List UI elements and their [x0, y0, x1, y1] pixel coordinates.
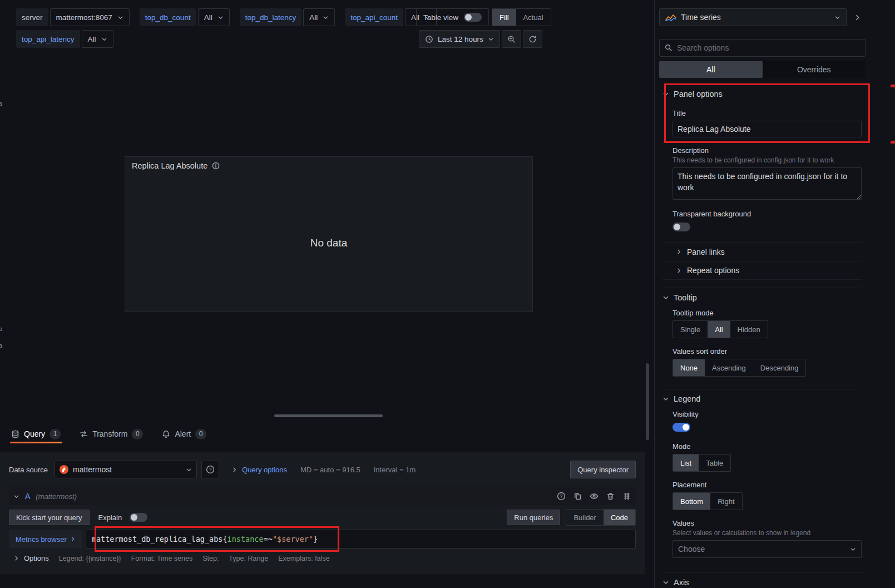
table-view-toggle[interactable] — [464, 13, 482, 22]
eye-icon[interactable] — [590, 492, 599, 501]
annotation-artifact — [891, 141, 895, 144]
legend-mode-group: List Table — [673, 454, 731, 472]
tab-overrides[interactable]: Overrides — [763, 61, 866, 78]
tab-alert[interactable]: Alert 0 — [161, 424, 207, 443]
options-format: Format: Time series — [131, 555, 192, 562]
query-brace-close: } — [313, 535, 318, 543]
variable-value-dropdown[interactable]: mattermost:8067 — [50, 8, 130, 26]
repeat-options-collapsible[interactable]: Repeat options — [662, 261, 862, 280]
section-tooltip[interactable]: Tooltip — [662, 288, 862, 300]
panel-links-label: Panel links — [687, 248, 725, 256]
query-inspector-button[interactable]: Query inspector — [570, 461, 636, 478]
chevron-right-icon — [676, 249, 682, 255]
refresh-button[interactable] — [523, 30, 542, 48]
trash-icon[interactable] — [606, 492, 615, 501]
section-axis[interactable]: Axis — [662, 572, 862, 585]
help-icon: ? — [206, 465, 215, 474]
options-filter-tabs: All Overrides — [659, 61, 866, 78]
builder-button[interactable]: Builder — [566, 510, 603, 525]
transparent-background-toggle[interactable] — [673, 223, 690, 231]
datasource-label: Data source — [9, 466, 48, 474]
section-panel-options[interactable]: Panel options — [662, 88, 862, 100]
visualization-name: Time series — [681, 13, 721, 22]
datasource-picker[interactable]: mattermost — [55, 461, 197, 478]
sort-descending[interactable]: Descending — [753, 359, 806, 376]
tab-all-options[interactable]: All — [659, 61, 763, 78]
explain-toggle[interactable] — [130, 513, 147, 522]
placement-bottom[interactable]: Bottom — [673, 493, 710, 510]
toggle-knob — [683, 424, 689, 431]
panel-resize-handle[interactable] — [274, 414, 383, 417]
legend-mode-table[interactable]: Table — [699, 454, 730, 471]
legend-values-select[interactable]: Choose — [673, 540, 862, 558]
variable-server: server mattermost:8067 — [16, 8, 130, 26]
actual-button[interactable]: Actual — [516, 9, 551, 26]
zoom-out-button[interactable] — [502, 30, 521, 48]
collapse-options-pane-button[interactable] — [849, 9, 866, 26]
title-label: Title — [673, 109, 862, 117]
tab-transform[interactable]: Transform 0 — [78, 424, 144, 443]
panel-description-textarea[interactable]: This needs to be configured in config.js… — [673, 167, 862, 200]
datasource-name: mattermost — [73, 465, 112, 474]
query-row-header: A (mattermost) ? — [9, 487, 636, 505]
metrics-browser-label: Metrics browser — [16, 535, 67, 543]
bell-icon — [162, 430, 170, 438]
tab-query[interactable]: Query 1 — [10, 424, 62, 443]
section-legend[interactable]: Legend — [662, 389, 862, 401]
chevron-down-icon — [850, 546, 856, 552]
run-queries-button[interactable]: Run queries — [507, 510, 560, 525]
code-button[interactable]: Code — [604, 510, 635, 525]
tooltip-mode-all[interactable]: All — [708, 321, 730, 338]
values-sort-order-label: Values sort order — [673, 347, 862, 355]
fill-button[interactable]: Fill — [492, 9, 516, 26]
tab-count-badge: 0 — [195, 429, 206, 439]
query-editor-header: Data source mattermost ? Query options M… — [9, 461, 636, 478]
options-legend: Legend: {{instance}} — [59, 555, 121, 562]
options-type: Type: Range — [229, 555, 268, 562]
panel-links-collapsible[interactable]: Panel links — [662, 242, 862, 261]
variable-label: top_api_count — [345, 8, 403, 26]
sort-ascending[interactable]: Ascending — [705, 359, 753, 376]
query-toolbar: Kick start your query Explain Run querie… — [9, 510, 636, 525]
sort-none[interactable]: None — [673, 359, 705, 376]
tooltip-mode-single[interactable]: Single — [673, 321, 708, 338]
variable-top-db-latency: top_db_latency All — [240, 8, 335, 26]
metrics-browser-button[interactable]: Metrics browser — [9, 530, 82, 549]
promql-query-input[interactable]: mattermost_db_replica_lag_abs{instance=~… — [86, 530, 636, 549]
variables-row-2: top_api_latency All — [16, 30, 113, 48]
tooltip-mode-hidden[interactable]: Hidden — [730, 321, 768, 338]
tooltip-mode-field: Tooltip mode Single All Hidden — [673, 309, 862, 338]
chevron-down-icon — [186, 467, 192, 473]
kick-start-button[interactable]: Kick start your query — [9, 510, 90, 525]
repeat-options-label: Repeat options — [687, 266, 739, 275]
variable-value-text: All — [309, 13, 318, 22]
options-search-input[interactable] — [677, 43, 860, 52]
title-field: Title — [673, 109, 862, 137]
copy-icon[interactable] — [573, 492, 582, 501]
visualization-picker[interactable]: Time series — [659, 8, 847, 26]
help-icon[interactable]: ? — [557, 492, 566, 501]
toggle-knob — [131, 514, 137, 521]
datasource-help-button[interactable]: ? — [201, 461, 219, 478]
time-range-picker[interactable]: Last 12 hours — [419, 30, 500, 48]
chevron-right-icon[interactable] — [13, 555, 19, 561]
legend-visibility-toggle[interactable] — [673, 423, 690, 432]
query-row-actions: ? — [557, 492, 631, 501]
panel-title: Replica Lag Absolute — [132, 161, 207, 170]
chevron-down-icon[interactable] — [13, 493, 19, 500]
query-options-label: Query options — [242, 466, 287, 474]
chevron-down-icon — [101, 36, 107, 42]
query-datasource-hint: (mattermost) — [36, 492, 77, 501]
query-options-toggle[interactable]: Query options MD = auto = 916.5 Interval… — [231, 466, 416, 474]
variable-value-dropdown[interactable]: All — [82, 30, 113, 48]
placement-right[interactable]: Right — [710, 493, 741, 510]
variable-value-dropdown[interactable]: All — [303, 8, 335, 26]
panel-header: Replica Lag Absolute — [125, 157, 532, 175]
scrollbar-thumb[interactable] — [646, 363, 649, 440]
drag-handle-icon[interactable] — [622, 492, 631, 501]
variable-top-db-count: top_db_count All — [140, 8, 230, 26]
timeseries-chart-icon — [665, 13, 676, 21]
legend-mode-list[interactable]: List — [673, 454, 699, 471]
variable-value-dropdown[interactable]: All — [198, 8, 230, 26]
panel-title-input[interactable] — [673, 121, 862, 137]
